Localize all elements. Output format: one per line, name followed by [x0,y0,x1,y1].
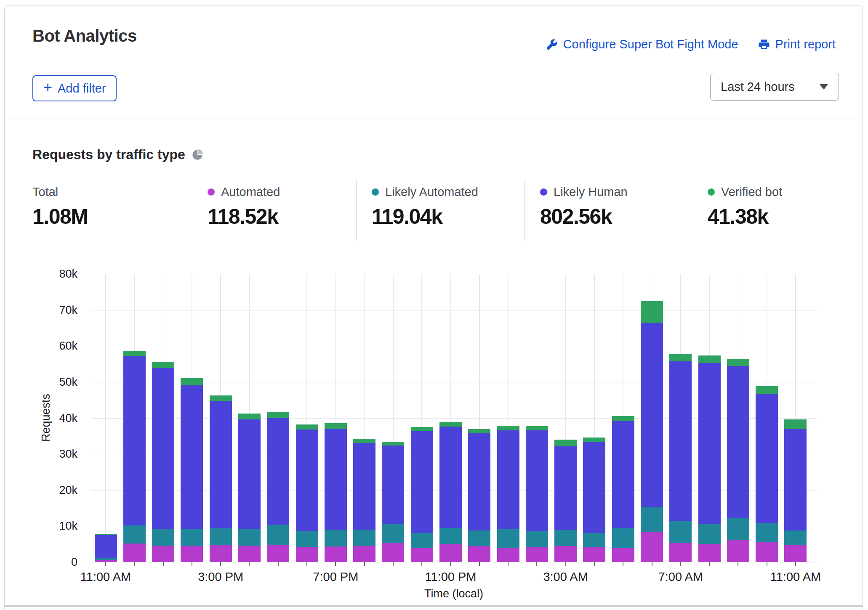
bar-segment-likely-automated[interactable] [669,521,692,543]
bar-segment-likely-automated[interactable] [238,529,261,546]
bar-segment-verified-bot[interactable] [152,362,174,368]
bar-11-1000pm[interactable] [411,427,433,562]
bar-segment-likely-human[interactable] [152,368,174,529]
bar-19-600am[interactable] [641,301,663,562]
bar-segment-automated[interactable] [152,546,174,562]
bar-segment-likely-automated[interactable] [784,530,807,545]
bar-segment-likely-human[interactable] [325,429,347,530]
bar-5-400pm[interactable] [238,414,261,562]
bar-segment-likely-human[interactable] [727,366,749,518]
bar-segment-likely-human[interactable] [756,394,778,523]
bar-segment-likely-human[interactable] [439,427,462,528]
bar-segment-verified-bot[interactable] [123,351,146,356]
bar-segment-automated[interactable] [325,546,347,562]
bar-segment-automated[interactable] [727,540,749,562]
bar-segment-automated[interactable] [698,544,721,562]
add-filter-button[interactable]: + Add filter [32,75,117,101]
bar-segment-automated[interactable] [784,545,807,562]
bar-segment-verified-bot[interactable] [756,386,778,394]
bar-segment-likely-human[interactable] [210,401,232,528]
bar-segment-automated[interactable] [353,546,375,562]
bar-segment-verified-bot[interactable] [296,424,318,430]
bar-segment-likely-human[interactable] [411,431,433,533]
bar-segment-verified-bot[interactable] [698,355,721,363]
bar-segment-automated[interactable] [526,547,548,562]
bar-segment-automated[interactable] [123,544,146,562]
bar-8-700pm[interactable] [325,423,347,562]
bar-segment-automated[interactable] [756,542,778,562]
bar-segment-verified-bot[interactable] [641,301,663,323]
bar-segment-likely-automated[interactable] [612,528,634,547]
bar-segment-verified-bot[interactable] [325,423,347,429]
bar-segment-automated[interactable] [267,545,289,562]
bar-segment-likely-human[interactable] [497,430,519,529]
bar-segment-automated[interactable] [468,546,490,562]
bar-segment-likely-human[interactable] [181,385,203,529]
bar-segment-likely-automated[interactable] [756,523,778,542]
bar-segment-verified-bot[interactable] [382,442,404,446]
bar-segment-likely-human[interactable] [583,442,605,533]
bar-16-300am[interactable] [554,440,577,562]
bar-4-300pm[interactable] [210,395,232,562]
bar-3-200pm[interactable] [181,378,203,562]
bar-24-1100am[interactable] [784,419,807,562]
bar-segment-likely-automated[interactable] [411,533,433,548]
bar-12-1100pm[interactable] [439,422,462,562]
bar-segment-verified-bot[interactable] [784,419,807,429]
bar-segment-automated[interactable] [296,547,318,562]
bar-segment-likely-automated[interactable] [468,530,490,546]
time-range-select[interactable]: Last 24 hours [710,73,839,101]
bar-segment-likely-automated[interactable] [526,531,548,547]
bar-segment-likely-automated[interactable] [353,530,375,546]
bar-20-700am[interactable] [669,354,692,562]
bar-segment-likely-automated[interactable] [439,528,462,544]
bar-segment-automated[interactable] [612,548,634,562]
bar-segment-likely-automated[interactable] [382,524,404,543]
bar-18-500am[interactable] [612,416,634,562]
bar-15-200am[interactable] [526,426,548,562]
bar-segment-likely-automated[interactable] [698,524,721,544]
bar-segment-verified-bot[interactable] [439,422,462,427]
bar-segment-verified-bot[interactable] [526,426,548,430]
bar-segment-likely-human[interactable] [95,535,117,558]
bar-segment-automated[interactable] [641,532,663,562]
bar-segment-verified-bot[interactable] [583,438,605,442]
bar-segment-verified-bot[interactable] [210,395,232,401]
bar-segment-automated[interactable] [439,544,462,562]
bar-segment-likely-automated[interactable] [210,528,232,545]
bar-segment-automated[interactable] [669,543,692,562]
bar-segment-verified-bot[interactable] [238,414,261,419]
bar-segment-verified-bot[interactable] [181,378,203,385]
bar-1-1200pm[interactable] [123,351,146,562]
bar-segment-verified-bot[interactable] [497,426,519,430]
bar-segment-verified-bot[interactable] [353,439,375,443]
bar-22-900am[interactable] [727,359,749,562]
bar-14-100am[interactable] [497,426,519,562]
bar-segment-likely-human[interactable] [267,418,289,525]
bar-0-1100am[interactable] [95,534,117,562]
bar-segment-likely-automated[interactable] [325,530,347,546]
bar-segment-verified-bot[interactable] [612,416,634,421]
bar-segment-likely-human[interactable] [669,361,692,521]
bar-segment-likely-automated[interactable] [296,531,318,547]
bar-9-800pm[interactable] [353,439,375,562]
bar-7-600pm[interactable] [296,424,318,562]
bar-segment-likely-human[interactable] [353,443,375,530]
bar-segment-verified-bot[interactable] [468,429,490,433]
bar-6-500pm[interactable] [267,412,289,562]
bar-segment-automated[interactable] [411,548,433,562]
bar-segment-verified-bot[interactable] [727,359,749,366]
bar-10-900pm[interactable] [382,442,404,562]
bar-segment-likely-human[interactable] [382,446,404,524]
bar-segment-verified-bot[interactable] [267,412,289,418]
bar-segment-likely-human[interactable] [784,429,807,530]
bar-segment-likely-automated[interactable] [267,525,289,545]
configure-super-bot-fight-mode-link[interactable]: Configure Super Bot Fight Mode [546,37,738,51]
bar-segment-likely-human[interactable] [123,356,146,525]
bar-segment-likely-automated[interactable] [497,529,519,548]
bar-segment-likely-human[interactable] [526,430,548,531]
bar-segment-verified-bot[interactable] [669,354,692,361]
print-report-link[interactable]: Print report [758,37,836,51]
bar-segment-automated[interactable] [554,546,577,562]
bar-segment-likely-automated[interactable] [727,518,749,540]
